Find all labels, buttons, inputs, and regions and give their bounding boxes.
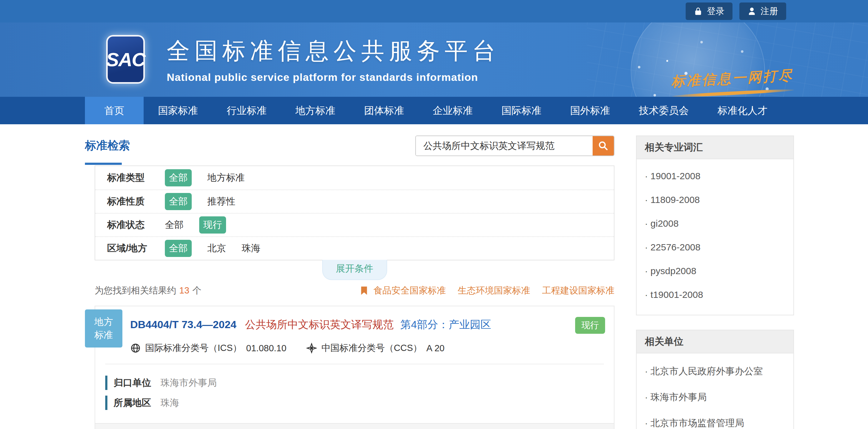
user-icon	[747, 7, 756, 16]
expand-conditions-button[interactable]: 展开条件	[322, 260, 387, 280]
unit-item[interactable]: 北京市市场监督管理局	[645, 410, 785, 429]
quick-links: 食品安全国家标准 生态环境国家标准 工程建设国家标准	[359, 284, 615, 297]
filter-option[interactable]: 地方标准	[207, 172, 245, 184]
login-label: 登录	[707, 5, 724, 17]
quick-link-food-safety[interactable]: 食品安全国家标准	[373, 284, 446, 297]
search-box	[415, 135, 615, 156]
results-summary: 为您找到相关结果约13个	[95, 284, 202, 297]
field-accent-bar	[105, 376, 107, 390]
nav-item-standardization-talent[interactable]: 标准化人才	[703, 97, 782, 124]
filter-row-standard-status: 标准状态 全部 现行	[95, 213, 614, 236]
field-accent-bar	[105, 396, 107, 410]
ccs-label: 中国标准分类号（CCS）	[321, 342, 422, 355]
login-button[interactable]: 登录	[686, 2, 733, 20]
sidebar: 相关专业词汇 19001-2008 11809-2008 gi2008 2257…	[636, 135, 794, 429]
filter-option-selected[interactable]: 全部	[165, 240, 192, 257]
expand-conditions-wrap: 展开条件	[95, 261, 615, 280]
filter-row-region: 区域/地方 全部 北京 珠海	[95, 236, 614, 260]
filter-option[interactable]: 推荐性	[207, 195, 236, 208]
main-nav: 首页 国家标准 行业标准 地方标准 团体标准 企业标准 国际标准 国外标准 技术…	[0, 97, 868, 124]
platform-subtitle: National public service platform for sta…	[167, 71, 500, 83]
ics-group: 国际标准分类号（ICS） 01.080.10	[130, 342, 286, 355]
standard-title-link[interactable]: DB4404/T 73.4—2024 公共场所中文标识英文译写规范 第4部分：产…	[130, 317, 568, 332]
nav-item-group-standards[interactable]: 团体标准	[350, 97, 418, 124]
platform-title: 全国标准信息公共服务平台	[167, 36, 500, 67]
nav-item-local-standards[interactable]: 地方标准	[281, 97, 350, 124]
nav-item-enterprise-standards[interactable]: 企业标准	[418, 97, 487, 124]
related-vocabulary-list: 19001-2008 11809-2008 gi2008 22576-2008 …	[637, 159, 794, 315]
vocab-item[interactable]: 11809-2008	[645, 188, 785, 212]
related-units-title: 相关单位	[637, 330, 794, 354]
results-summary-line: 为您找到相关结果约13个 食品安全国家标准 生态环境国家标准 工程建设国家标准	[95, 284, 615, 297]
card-footer: 发布于 2024-12-31 实施于 2025-02-01	[95, 423, 614, 429]
compass-icon	[306, 343, 317, 354]
nav-item-international-standards[interactable]: 国际标准	[487, 97, 556, 124]
register-label: 注册	[761, 5, 778, 17]
results-summary-prefix: 为您找到相关结果约	[95, 285, 176, 295]
field-label: 归口单位	[114, 376, 151, 389]
ccs-group: 中国标准分类号（CCS） A 20	[306, 342, 444, 355]
platform-logo[interactable]: SAC 全国标准信息公共服务平台 National public service…	[106, 35, 500, 84]
results-count: 13	[179, 285, 189, 295]
field-value: 珠海市外事局	[160, 376, 217, 389]
filter-label: 标准状态	[107, 219, 165, 232]
local-standard-tag: 地方 标准	[85, 309, 122, 347]
field-label: 所属地区	[114, 397, 151, 409]
vocab-item[interactable]: pysdp2008	[645, 259, 785, 283]
ccs-value: A 20	[427, 343, 445, 354]
quick-link-eco-environment[interactable]: 生态环境国家标准	[458, 284, 530, 297]
filter-row-standard-type: 标准类型 全部 地方标准	[95, 166, 614, 189]
banner-glow-dots	[666, 60, 668, 62]
field-row-competent-unit: 归口单位 珠海市外事局	[105, 376, 614, 390]
page-content: 标准检索 标准类型 全部 地方标准 标准性质 全部 推荐性	[0, 124, 868, 429]
nav-item-foreign-standards[interactable]: 国外标准	[556, 97, 624, 124]
field-value: 珠海	[160, 397, 179, 409]
ics-label: 国际标准分类号（ICS）	[145, 342, 242, 355]
field-row-region: 所属地区 珠海	[105, 396, 614, 410]
vocab-item[interactable]: 22576-2008	[645, 236, 785, 259]
unit-item[interactable]: 北京市人民政府外事办公室	[645, 359, 785, 385]
tag-line2: 标准	[94, 329, 113, 342]
nav-item-industry-standards[interactable]: 行业标准	[212, 97, 281, 124]
nav-item-home[interactable]: 首页	[85, 97, 144, 124]
register-button[interactable]: 注册	[739, 2, 786, 20]
filter-label: 标准性质	[107, 195, 165, 208]
card-meta-row: 国际标准分类号（ICS） 01.080.10 中国标准分类号（CCS） A 20	[95, 334, 614, 364]
platform-titles: 全国标准信息公共服务平台 National public service pla…	[167, 36, 500, 83]
top-strip: 登录 注册	[0, 0, 868, 23]
result-card: 地方 标准 DB4404/T 73.4—2024 公共场所中文标识英文译写规范 …	[95, 306, 615, 429]
related-units-panel: 相关单位 北京市人民政府外事办公室 珠海市外事局 北京市市场监督管理局 珠海市市…	[636, 330, 794, 429]
vocab-item[interactable]: gi2008	[645, 212, 785, 236]
sac-logo: SAC	[106, 35, 145, 84]
filter-option-selected[interactable]: 全部	[165, 169, 192, 186]
ics-value: 01.080.10	[246, 343, 286, 354]
vocab-item[interactable]: 19001-2008	[645, 164, 785, 188]
search-section-header: 标准检索	[85, 135, 615, 165]
filter-option-selected[interactable]: 全部	[165, 193, 192, 210]
quick-link-engineering[interactable]: 工程建设国家标准	[542, 284, 615, 297]
vocab-item[interactable]: t19001-2008	[645, 283, 785, 307]
standard-title-part: 第4部分：产业园区	[400, 318, 491, 330]
tag-line1: 地方	[94, 315, 113, 329]
filter-option[interactable]: 珠海	[242, 242, 260, 255]
nav-item-technical-committees[interactable]: 技术委员会	[624, 97, 703, 124]
unit-item[interactable]: 珠海市外事局	[645, 385, 785, 410]
page-title: 标准检索	[85, 135, 130, 165]
nav-item-national-standards[interactable]: 国家标准	[144, 97, 212, 124]
status-badge: 现行	[575, 317, 605, 334]
search-icon	[598, 140, 609, 151]
filter-option[interactable]: 全部	[165, 219, 184, 232]
search-button[interactable]	[593, 136, 614, 155]
filter-option-selected[interactable]: 现行	[199, 216, 226, 234]
search-input[interactable]	[416, 136, 593, 155]
standard-code: DB4404/T 73.4—2024	[130, 318, 236, 330]
card-head: DB4404/T 73.4—2024 公共场所中文标识英文译写规范 第4部分：产…	[95, 306, 614, 334]
bookmark-icon	[359, 286, 369, 296]
header-banner: SAC 全国标准信息公共服务平台 National public service…	[0, 23, 868, 97]
card-fields: 归口单位 珠海市外事局 所属地区 珠海	[95, 364, 614, 423]
results-summary-suffix: 个	[192, 285, 202, 295]
related-vocabulary-panel: 相关专业词汇 19001-2008 11809-2008 gi2008 2257…	[636, 135, 794, 315]
filter-option[interactable]: 北京	[207, 242, 226, 255]
filter-label: 标准类型	[107, 172, 165, 184]
main-column: 标准检索 标准类型 全部 地方标准 标准性质 全部 推荐性	[85, 135, 615, 429]
